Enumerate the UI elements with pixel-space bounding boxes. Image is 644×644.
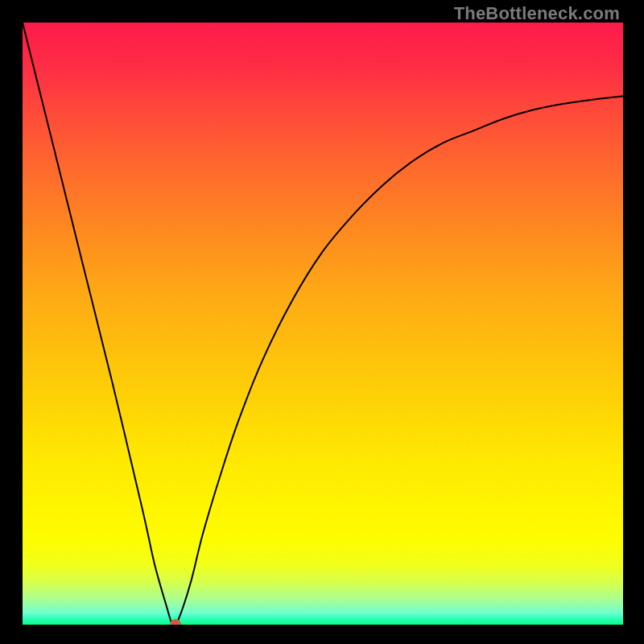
- frame-right: [623, 0, 644, 644]
- curve-layer: [23, 23, 623, 625]
- frame-bottom: [0, 625, 644, 644]
- frame-left: [0, 0, 23, 644]
- optimal-point-marker: [170, 619, 181, 630]
- chart-stage: TheBottleneck.com: [0, 0, 644, 644]
- watermark-text: TheBottleneck.com: [454, 3, 620, 24]
- bottleneck-curve: [23, 23, 623, 625]
